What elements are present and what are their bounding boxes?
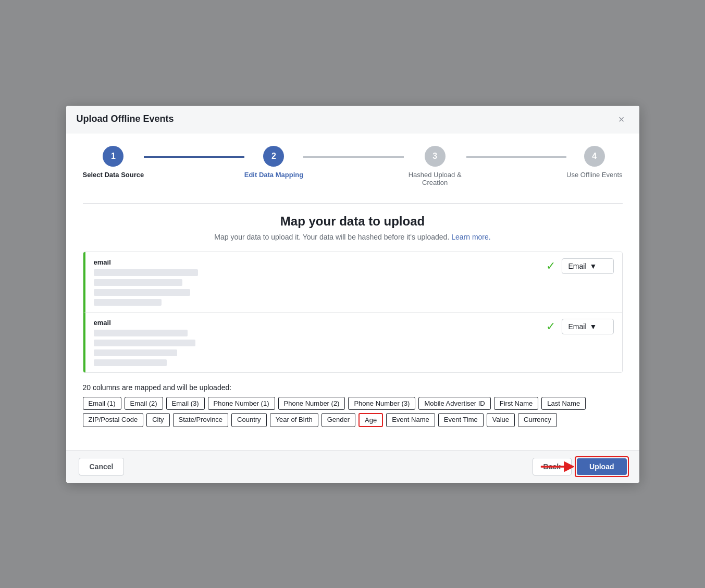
columns-mapped-title: 20 columns are mapped and will be upload… (83, 383, 623, 392)
column-tag: City (146, 413, 169, 427)
data-row-values (94, 269, 536, 306)
learn-more-link[interactable]: Learn more. (451, 233, 490, 241)
step-2-circle: 2 (263, 146, 284, 167)
cancel-button[interactable]: Cancel (79, 458, 125, 476)
connector-3-4 (466, 156, 566, 158)
step-2-label: Edit Data Mapping (244, 171, 303, 179)
page-title: Map your data to upload (83, 214, 623, 229)
data-row-values (94, 330, 536, 366)
data-value-4 (94, 359, 167, 366)
connector-1-2 (144, 156, 244, 158)
close-button[interactable]: × (614, 112, 629, 127)
column-tag: Phone Number (2) (278, 397, 345, 410)
step-4: 4 Use Offline Events (566, 146, 622, 179)
tags-container: Email (1)Email (2)Email (3)Phone Number … (83, 397, 623, 427)
upload-highlight-wrapper: Upload (577, 458, 626, 475)
data-value-3 (94, 349, 177, 356)
column-tag: Email (1) (83, 397, 121, 410)
chevron-down-icon: ▼ (590, 262, 597, 270)
data-row-right: ✓ Email ▼ (546, 319, 614, 334)
column-tag: Email (2) (125, 397, 163, 410)
data-row: email ✓ Email ▼ (83, 252, 622, 312)
column-tag: Currency (518, 413, 557, 427)
mapping-dropdown[interactable]: Email ▼ (562, 319, 614, 334)
modal-overlay[interactable]: Upload Offline Events × 1 Select Data So… (0, 0, 705, 588)
column-tag: Gender (321, 413, 355, 427)
column-tag: Phone Number (1) (208, 397, 275, 410)
chevron-down-icon: ▼ (590, 322, 597, 331)
data-value-1 (94, 330, 188, 336)
page-subtitle: Map your data to upload it. Your data wi… (83, 233, 623, 241)
data-value-4 (94, 299, 162, 306)
data-row-right: ✓ Email ▼ (546, 258, 614, 274)
check-icon: ✓ (546, 260, 555, 272)
field-name: email (94, 319, 536, 327)
stepper: 1 Select Data Source 2 Edit Data Mapping (83, 146, 623, 186)
column-tag: ZIP/Postal Code (83, 413, 144, 427)
data-value-1 (94, 269, 198, 276)
column-tag: First Name (494, 397, 539, 410)
modal-header: Upload Offline Events × (66, 106, 639, 133)
check-icon: ✓ (546, 321, 555, 332)
step-4-label: Use Offline Events (566, 171, 622, 179)
data-value-3 (94, 289, 190, 296)
column-tag: Last Name (541, 397, 586, 410)
columns-mapped-section: 20 columns are mapped and will be upload… (83, 383, 623, 427)
field-name: email (94, 258, 536, 266)
upload-button[interactable]: Upload (577, 458, 626, 475)
column-tag: Year of Birth (270, 413, 318, 427)
modal-container: Upload Offline Events × 1 Select Data So… (66, 106, 639, 483)
step-4-circle: 4 (584, 146, 605, 167)
step-3: 3 Hashed Upload & Creation (404, 146, 466, 186)
step-1-label: Select Data Source (83, 171, 144, 179)
data-rows-container: email ✓ Email ▼ (83, 252, 623, 373)
column-tag: Country (231, 413, 267, 427)
mapping-dropdown[interactable]: Email ▼ (562, 258, 614, 274)
data-row: email ✓ Email ▼ (83, 312, 622, 372)
column-tag: Event Time (438, 413, 484, 427)
data-value-2 (94, 340, 195, 346)
step-1: 1 Select Data Source (83, 146, 144, 179)
data-value-2 (94, 279, 182, 286)
step-1-circle: 1 (103, 146, 123, 167)
step-3-label: Hashed Upload & Creation (404, 171, 466, 186)
step-3-circle: 3 (425, 146, 446, 167)
column-tag: Email (3) (166, 397, 205, 410)
data-row-left: email (94, 258, 536, 306)
back-button[interactable]: Back (533, 458, 572, 476)
column-tag: Value (487, 413, 515, 427)
modal-body: 1 Select Data Source 2 Edit Data Mapping (66, 133, 639, 450)
modal-title: Upload Offline Events (77, 114, 174, 124)
column-tag: Mobile Advertiser ID (418, 397, 490, 410)
data-row-left: email (94, 319, 536, 366)
column-tag: Event Name (386, 413, 435, 427)
footer-right: Back Upload (533, 458, 627, 476)
column-tag: Phone Number (3) (348, 397, 415, 410)
connector-2-3 (303, 156, 403, 158)
column-tag: State/Province (173, 413, 229, 427)
modal-footer: Cancel Back Upload (66, 450, 639, 483)
stepper-divider (83, 203, 623, 204)
step-2: 2 Edit Data Mapping (244, 146, 303, 179)
column-tag: Age (358, 413, 383, 427)
